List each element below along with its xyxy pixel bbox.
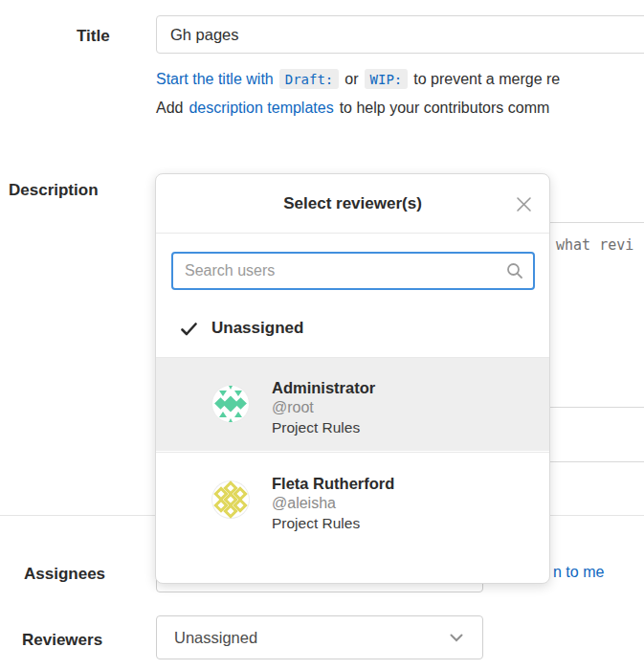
description-templates-link[interactable]: description templates <box>189 100 333 117</box>
unassigned-label: Unassigned <box>211 319 303 338</box>
check-icon <box>181 323 197 336</box>
modal-title: Select reviewer(s) <box>156 194 549 213</box>
user-username: @aleisha <box>272 495 336 512</box>
search-icon <box>506 262 523 279</box>
reviewers-select-value: Unassigned <box>157 629 257 647</box>
assignees-label: Assignees <box>24 565 105 584</box>
title-help-text: Start the title with Draft: or WIP: to p… <box>156 69 560 89</box>
title-help-suffix: to prevent a merge re <box>413 71 560 88</box>
avatar <box>211 385 250 423</box>
close-icon[interactable] <box>516 196 532 212</box>
select-reviewers-modal: Select reviewer(s) Unassigned <box>155 173 550 584</box>
user-project: Project Rules <box>272 419 360 436</box>
user-item-administrator[interactable]: Administrator @root Project Rules <box>156 358 549 451</box>
user-name: Fleta Rutherford <box>272 475 394 493</box>
templates-help-text: Add description templates to help your c… <box>156 100 549 117</box>
draft-code-chip[interactable]: Draft: <box>279 69 340 89</box>
assign-to-me-link[interactable]: n to me <box>553 564 604 581</box>
title-help-or: or <box>344 71 358 88</box>
draft-help-link[interactable]: Start the title with <box>156 71 274 88</box>
wip-code-chip[interactable]: WIP: <box>365 69 409 89</box>
list-divider <box>156 452 549 453</box>
user-username: @root <box>272 399 314 416</box>
new-merge-request-form: Title Start the title with Draft: or WIP… <box>0 0 644 670</box>
reviewers-select[interactable]: Unassigned <box>156 615 483 659</box>
unassigned-option[interactable]: Unassigned <box>156 307 549 357</box>
chevron-down-icon <box>450 634 463 642</box>
reviewers-label: Reviewers <box>22 631 102 650</box>
templates-help-prefix: Add <box>156 100 183 117</box>
avatar <box>211 480 250 519</box>
user-name: Administrator <box>272 379 375 397</box>
title-label: Title <box>77 27 110 46</box>
templates-help-suffix: to help your contributors comm <box>340 100 550 117</box>
user-item-fleta[interactable]: Fleta Rutherford @aleisha Project Rules <box>156 454 549 547</box>
description-label: Description <box>9 181 99 200</box>
title-input[interactable] <box>156 15 644 54</box>
description-textarea-text: what revi <box>556 236 633 254</box>
user-project: Project Rules <box>272 515 360 532</box>
search-users-input[interactable] <box>171 252 535 290</box>
modal-header: Select reviewer(s) <box>156 174 549 234</box>
